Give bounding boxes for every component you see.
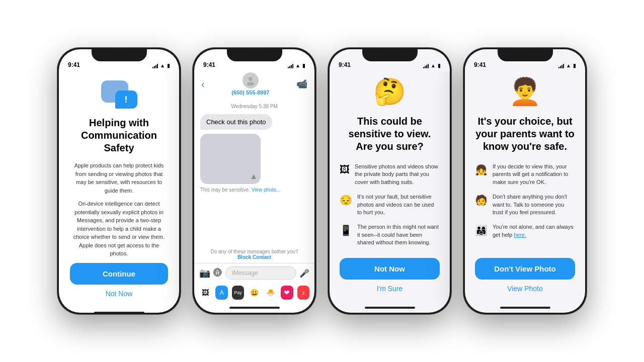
contact-avatar: [243, 72, 259, 88]
memoji-icon[interactable]: 😀: [248, 286, 260, 300]
phone4-title: It's your choice, but your parents want …: [475, 115, 575, 153]
warning-icon: ▲: [250, 172, 258, 181]
reason-text-3-2: It's not your fault, but sensitive photo…: [357, 193, 440, 216]
contact-info: (650) 555-8997: [231, 72, 269, 96]
notch-3: [362, 49, 418, 61]
apps-icon[interactable]: 🅐: [213, 268, 222, 279]
reason-emoji-3-3: 📱: [340, 224, 352, 236]
status-icons-2: ▲ ▮: [288, 63, 305, 68]
video-call-icon[interactable]: 📹: [296, 78, 307, 89]
phone3-title: This could be sensitive to view. Are you…: [340, 115, 440, 153]
back-button[interactable]: ‹: [201, 78, 205, 90]
block-contact-link[interactable]: Block Contact: [237, 254, 271, 260]
phone1-body2: On-device intelligence can detect potent…: [70, 200, 168, 258]
phone1-title: Helping with Communication Safety: [70, 117, 168, 154]
battery-icon-3: ▮: [438, 63, 441, 68]
home-bar-3: [330, 303, 450, 313]
messages-list: Wednesday 5:38 PM Check out this photo ▲…: [194, 100, 314, 246]
reason-emoji-3-2: 😔: [340, 194, 352, 206]
reason-emoji-4-3: 👨‍👩‍👧: [475, 224, 488, 236]
notch-1: [92, 49, 147, 61]
notch-2: [227, 49, 282, 61]
notch-4: [498, 49, 553, 61]
photos-app-icon[interactable]: 🖼: [199, 286, 211, 300]
reason-list-3: 🖼 Sensitive photos and videos show the p…: [340, 163, 440, 247]
wifi-icon-4: ▲: [566, 63, 571, 68]
phone3-buttons: Not Now I'm Sure: [340, 258, 440, 293]
time-2: 9:41: [203, 61, 215, 68]
view-photo-link[interactable]: View photo...: [252, 187, 281, 193]
mic-icon[interactable]: 🎤: [299, 268, 309, 278]
svg-point-0: [249, 77, 253, 81]
time-1: 9:41: [68, 61, 80, 68]
reason-item-3-3: 📱 The person in this might not want it s…: [340, 223, 440, 246]
contact-name[interactable]: (650) 555-8997: [231, 89, 269, 96]
help-link[interactable]: here.: [514, 232, 526, 238]
home-bar-1: [59, 308, 179, 313]
im-sure-button[interactable]: I'm Sure: [377, 285, 403, 293]
phone1-body1: Apple products can help protect kids fro…: [70, 161, 168, 195]
message-image: ▲: [200, 134, 261, 184]
bubble-front: !: [115, 90, 137, 109]
phone4-content: 🧑‍🦱 It's your choice, but your parents w…: [465, 71, 585, 303]
messages-input-bar: 📷 🅐 iMessage 🎤: [194, 263, 314, 283]
time-4: 9:41: [474, 61, 486, 68]
apps-bar: 🖼 A Pay 😀 🐣 ❤ ♪: [194, 283, 314, 303]
battery-icon-4: ▮: [573, 63, 576, 68]
phone-2: 9:41 ▲ ▮ ‹ (650) 555-8997 📹 Wednesday 5:…: [193, 48, 316, 314]
phone-3: 9:41 ▲ ▮ 🤔 This could be sensitive to vi…: [328, 48, 451, 314]
music-icon[interactable]: ♪: [297, 286, 309, 300]
sensitive-label: This may be sensitive. View photo...: [200, 187, 308, 193]
signal-icon-2: [288, 63, 293, 68]
reason-item-4-1: 👧 If you decide to view this, your paren…: [475, 163, 575, 186]
block-contact-section: Do any of these messages bother you? Blo…: [194, 246, 314, 263]
reason-item-4-3: 👨‍👩‍👧 You're not alone, and can always g…: [475, 223, 575, 239]
home-indicator-3: [365, 307, 415, 309]
phone1-buttons: Continue Not Now: [70, 263, 168, 298]
message-date: Wednesday 5:38 PM: [200, 104, 308, 109]
applepay-icon[interactable]: Pay: [232, 286, 244, 300]
reason-text-4-2: Don't share anything you don't want to. …: [493, 193, 575, 216]
reason-list-4: 👧 If you decide to view this, your paren…: [475, 163, 575, 239]
reason-text-4-3: You're not alone, and can always get hel…: [493, 223, 575, 239]
dont-view-button[interactable]: Don't View Photo: [475, 258, 575, 280]
wifi-icon-3: ▲: [431, 63, 436, 68]
status-icons-1: ▲ ▮: [152, 63, 170, 68]
status-icons-4: ▲ ▮: [558, 63, 576, 68]
reason-emoji-4-1: 👧: [475, 164, 488, 176]
animoji-icon[interactable]: 🐣: [265, 286, 277, 300]
reason-text-3-3: The person in this might not want it see…: [357, 223, 440, 246]
message-bubble: Check out this photo: [200, 114, 272, 130]
imessage-input[interactable]: iMessage: [225, 266, 296, 280]
camera-icon[interactable]: 📷: [199, 267, 210, 279]
phone3-content: 🤔 This could be sensitive to view. Are y…: [330, 71, 450, 303]
view-photo-button[interactable]: View Photo: [507, 285, 543, 293]
status-icons-3: ▲ ▮: [423, 63, 441, 68]
home-indicator-1: [94, 312, 144, 313]
signal-icon-4: [558, 63, 564, 68]
home-indicator-2: [229, 307, 280, 309]
home-indicator-4: [500, 307, 550, 309]
not-now-button-1[interactable]: Not Now: [106, 290, 133, 298]
reason-emoji-3-1: 🖼: [340, 164, 350, 175]
battery-icon-1: ▮: [167, 63, 170, 68]
reason-item-3-1: 🖼 Sensitive photos and videos show the p…: [340, 163, 440, 186]
heart-icon[interactable]: ❤: [281, 286, 293, 300]
reason-text-3-1: Sensitive photos and videos show the pri…: [355, 163, 440, 186]
appstore-icon[interactable]: A: [215, 286, 227, 300]
home-bar-4: [465, 303, 585, 313]
time-3: 9:41: [339, 61, 351, 68]
reason-emoji-4-2: 🧑: [475, 194, 488, 206]
signal-icon-3: [423, 63, 429, 68]
not-now-button-3[interactable]: Not Now: [340, 258, 440, 280]
reason-item-3-2: 😔 It's not your fault, but sensitive pho…: [340, 193, 440, 216]
exclaim-mark: !: [125, 95, 128, 105]
wifi-icon-1: ▲: [160, 63, 165, 68]
phone-1: 9:41 ▲ ▮ ! Helping with Communication Sa…: [57, 48, 181, 314]
phone1-content: ! Helping with Communication Safety Appl…: [59, 71, 179, 308]
continue-button[interactable]: Continue: [70, 263, 168, 285]
signal-icon-1: [152, 63, 158, 68]
phone-4: 9:41 ▲ ▮ 🧑‍🦱 It's your choice, but your …: [463, 48, 587, 314]
reason-item-4-2: 🧑 Don't share anything you don't want to…: [475, 193, 575, 216]
home-bar-2: [194, 303, 314, 313]
